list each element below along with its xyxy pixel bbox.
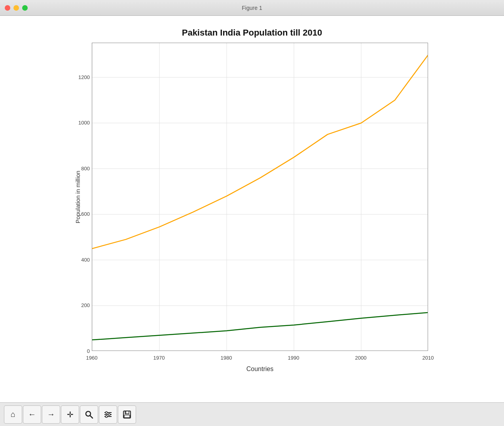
x-tick-label: 1960 xyxy=(86,355,98,361)
window-title: Figure 1 xyxy=(242,5,262,11)
pan-button[interactable]: ✛ xyxy=(61,405,79,424)
zoom-button[interactable] xyxy=(80,405,98,424)
configure-icon xyxy=(104,410,112,419)
chart-area xyxy=(92,43,428,351)
toolbar: ⌂ ← → ✛ xyxy=(0,402,504,426)
save-icon xyxy=(123,410,131,419)
main-content: Pakistan India Population till 2010 Popu… xyxy=(0,16,504,402)
y-tick-label: 0 xyxy=(70,348,90,354)
chart-svg xyxy=(92,43,428,351)
save-button[interactable] xyxy=(118,405,136,424)
svg-rect-23 xyxy=(124,415,130,418)
y-tick-label: 600 xyxy=(70,211,90,217)
x-tick-label: 2010 xyxy=(423,355,434,361)
x-axis-label: Countries xyxy=(92,366,428,373)
window-controls xyxy=(5,5,28,11)
svg-point-19 xyxy=(108,413,110,415)
home-button[interactable]: ⌂ xyxy=(4,405,22,424)
y-tick-label: 200 xyxy=(70,302,90,308)
x-tick-label: 1990 xyxy=(288,355,299,361)
chart-container: Population in million Countries 02004006… xyxy=(64,43,440,375)
x-tick-label: 1970 xyxy=(153,355,165,361)
x-tick-label: 1980 xyxy=(221,355,232,361)
y-tick-label: 800 xyxy=(70,165,90,171)
svg-line-14 xyxy=(90,415,93,418)
y-tick-label: 1200 xyxy=(70,74,90,80)
svg-point-20 xyxy=(106,415,108,417)
svg-point-18 xyxy=(106,411,108,413)
title-bar: Figure 1 xyxy=(0,0,504,16)
forward-button[interactable]: → xyxy=(42,405,60,424)
configure-button[interactable] xyxy=(99,405,117,424)
y-tick-label: 1000 xyxy=(70,120,90,126)
maximize-button[interactable] xyxy=(22,5,28,11)
y-tick-label: 400 xyxy=(70,256,90,262)
zoom-icon xyxy=(85,410,93,419)
close-button[interactable] xyxy=(5,5,10,11)
chart-title: Pakistan India Population till 2010 xyxy=(182,28,322,38)
x-tick-label: 2000 xyxy=(355,355,367,361)
back-button[interactable]: ← xyxy=(23,405,41,424)
minimize-button[interactable] xyxy=(13,5,19,11)
